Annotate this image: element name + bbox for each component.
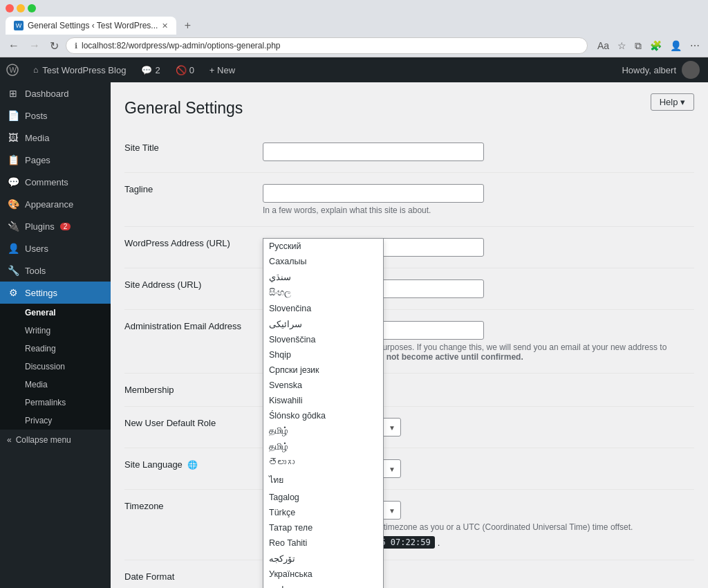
- submenu-privacy[interactable]: Privacy: [0, 412, 111, 430]
- settings-icon: ⚙: [7, 287, 19, 298]
- extensions-btn[interactable]: 🧩: [647, 39, 664, 53]
- lang-option-urdu[interactable]: اردو: [263, 582, 383, 588]
- lang-option-azerbaijani[interactable]: تۆرکجه: [263, 551, 383, 567]
- sidebar-item-appearance[interactable]: 🎨 Appearance: [0, 193, 111, 215]
- profile-btn[interactable]: 👤: [667, 39, 684, 53]
- svg-text:W: W: [10, 66, 17, 74]
- sidebar-label-tools: Tools: [25, 266, 46, 276]
- site-language-label: Site Language 🌐: [124, 448, 263, 490]
- lang-option-sinhala[interactable]: සිංහල: [263, 285, 383, 301]
- lang-option-tatar[interactable]: Татар теле: [263, 520, 383, 535]
- comments-bar-item[interactable]: 💬 2: [134, 57, 167, 82]
- lang-option-russian[interactable]: Русский: [263, 239, 383, 254]
- date-format-label: Date Format: [124, 560, 263, 589]
- media-icon: 🖼: [7, 132, 19, 143]
- new-tab-button[interactable]: +: [179, 17, 196, 34]
- submenu-reading[interactable]: Reading: [0, 340, 111, 358]
- url-text: localhost:82/wordpress/wp-admin/options-…: [82, 41, 579, 50]
- submenu-writing[interactable]: Writing: [0, 322, 111, 340]
- sidebar-item-tools[interactable]: 🔧 Tools: [0, 259, 111, 282]
- sidebar-item-settings[interactable]: ⚙ Settings: [0, 282, 111, 304]
- wp-logo-btn[interactable]: W: [0, 57, 25, 82]
- tagline-input[interactable]: [263, 184, 484, 203]
- bookmark-btn[interactable]: ☆: [615, 39, 629, 53]
- tab-close-btn[interactable]: ✕: [162, 21, 168, 30]
- sidebar-item-posts[interactable]: 📄 Posts: [0, 104, 111, 127]
- settings-btn[interactable]: ⋯: [687, 39, 702, 53]
- sidebar-label-dashboard: Dashboard: [25, 89, 69, 99]
- lang-option-albanian[interactable]: Shqip: [263, 347, 383, 362]
- lang-option-ukrainian[interactable]: Українська: [263, 567, 383, 582]
- lang-option-serbian[interactable]: Српски језик: [263, 362, 383, 378]
- tagline-cell: In a few words, explain what this site i…: [263, 173, 694, 227]
- lang-option-sindhi[interactable]: سنڌي: [263, 269, 383, 285]
- membership-row: Membership Anyone can register: [124, 374, 694, 407]
- new-user-role-row: New User Default Role Subscriber ▼: [124, 407, 694, 448]
- minimize-window-btn[interactable]: [17, 4, 25, 12]
- sidebar-item-media[interactable]: 🖼 Media: [0, 127, 111, 149]
- browser-window-controls: [6, 4, 36, 12]
- help-button[interactable]: Help ▾: [651, 93, 694, 111]
- close-window-btn[interactable]: [6, 4, 14, 12]
- spam-bar-item[interactable]: 🚫 0: [169, 57, 201, 82]
- maximize-window-btn[interactable]: [28, 4, 36, 12]
- forward-button[interactable]: →: [26, 38, 43, 53]
- lang-option-telugu[interactable]: తెలుగు: [263, 455, 383, 470]
- sidebar-item-users[interactable]: 👤 Users: [0, 237, 111, 259]
- language-dropdown: Русский Сахалыы سنڌي සිංහල Slovenčina سر…: [263, 238, 384, 588]
- timezone-label: Timezone: [124, 490, 263, 560]
- lang-option-turkish[interactable]: Türkçe: [263, 505, 383, 520]
- tagline-hint: In a few words, explain what this site i…: [263, 205, 694, 215]
- collections-btn[interactable]: ⧉: [632, 39, 644, 53]
- lang-option-slovak[interactable]: Slovenčina: [263, 301, 383, 316]
- submenu-discussion[interactable]: Discussion: [0, 358, 111, 376]
- language-dropdown-scroll[interactable]: Русский Сахалыы سنڌي සිංහල Slovenčina سر…: [263, 239, 383, 588]
- lang-option-thai[interactable]: ไทย: [263, 470, 383, 490]
- reader-mode-btn[interactable]: Aa: [595, 39, 612, 53]
- site-language-row: Site Language 🌐 English (United States) …: [124, 448, 694, 490]
- sidebar-label-appearance: Appearance: [25, 199, 73, 210]
- sidebar-item-dashboard[interactable]: ⊞ Dashboard: [0, 82, 111, 104]
- lang-option-tahitian[interactable]: Reo Tahiti: [263, 535, 383, 551]
- sidebar-item-plugins[interactable]: 🔌 Plugins 2: [0, 215, 111, 237]
- lang-option-swahili[interactable]: Kiswahili: [263, 393, 383, 408]
- users-icon: 👤: [7, 243, 19, 254]
- lang-option-saraiki[interactable]: سرائیکی: [263, 316, 383, 332]
- submenu-permalinks[interactable]: Permalinks: [0, 394, 111, 412]
- lang-option-swedish[interactable]: Svenska: [263, 378, 383, 393]
- site-address-label: Site Address (URL): [124, 268, 263, 310]
- help-label: Help ▾: [660, 97, 685, 107]
- lang-option-tamil1[interactable]: தமிழ்: [263, 423, 383, 439]
- tools-icon: 🔧: [7, 265, 19, 276]
- lang-option-tagalog[interactable]: Tagalog: [263, 490, 383, 505]
- active-tab[interactable]: W General Settings ‹ Test WordPres... ✕: [6, 17, 176, 35]
- sidebar-item-pages[interactable]: 📋 Pages: [0, 149, 111, 171]
- user-avatar: [682, 61, 700, 79]
- back-button[interactable]: ←: [6, 38, 22, 53]
- site-title-row: Site Title: [124, 131, 694, 173]
- new-content-btn[interactable]: + New: [203, 57, 242, 82]
- submenu-media[interactable]: Media: [0, 376, 111, 394]
- lang-option-silesian[interactable]: Ślónsko gŏdka: [263, 408, 383, 423]
- plugins-badge: 2: [60, 223, 71, 230]
- collapse-menu-btn[interactable]: « Collapse menu: [0, 430, 111, 450]
- lang-option-sakha[interactable]: Сахалыы: [263, 254, 383, 269]
- wp-address-cell: Русский Сахалыы سنڌي සිංහල Slovenčina سر…: [263, 227, 694, 268]
- submenu-general[interactable]: General: [0, 304, 111, 322]
- sidebar-item-comments[interactable]: 💬 Comments: [0, 171, 111, 193]
- refresh-button[interactable]: ↻: [47, 38, 62, 54]
- new-content-label: + New: [209, 65, 235, 75]
- wp-site-name-btn[interactable]: ⌂ Test WordPress Blog: [25, 57, 134, 82]
- lang-option-slovenian[interactable]: Slovenščina: [263, 332, 383, 347]
- comments-count: 2: [155, 65, 160, 75]
- url-bar[interactable]: ℹ localhost:82/wordpress/wp-admin/option…: [66, 37, 588, 54]
- user-menu-btn[interactable]: Howdy, albert: [613, 57, 708, 82]
- membership-label: Membership: [124, 374, 263, 407]
- settings-submenu: General Writing Reading Discussion Media…: [0, 304, 111, 430]
- lang-option-tamil2[interactable]: தமிழ்: [263, 439, 383, 455]
- site-address-row: Site Address (URL): [124, 268, 694, 310]
- site-title-input[interactable]: [263, 143, 484, 161]
- new-user-role-label: New User Default Role: [124, 407, 263, 448]
- site-name-label: Test WordPress Blog: [42, 65, 126, 75]
- wp-address-label: WordPress Address (URL): [124, 227, 263, 268]
